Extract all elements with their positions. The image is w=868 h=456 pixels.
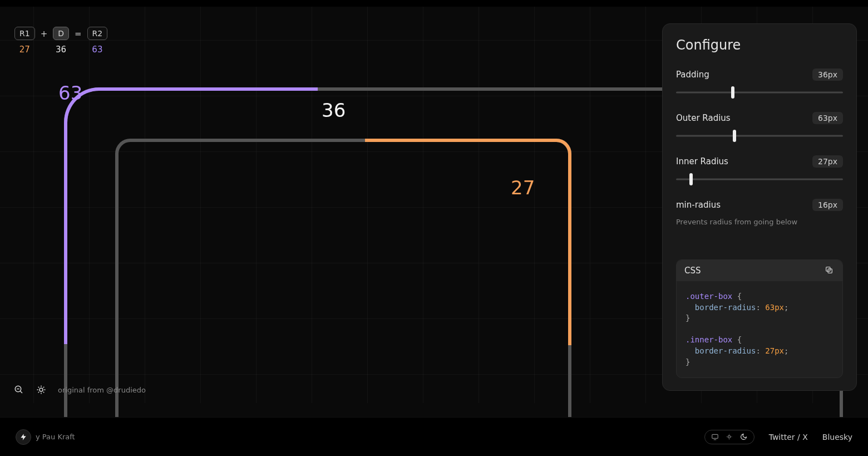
formula-bar: R1 27 + D 36 = R2 63 <box>14 27 107 55</box>
panel-title: Configure <box>676 37 843 53</box>
css-output: CSS .outer-box { border-radius: 63px; } … <box>676 259 843 378</box>
formula-r2-value: 63 <box>92 45 102 55</box>
inner-radius-slider-label: Inner Radius <box>676 156 728 166</box>
zoom-out-icon[interactable] <box>13 384 24 395</box>
svg-line-9 <box>43 392 45 393</box>
configure-panel: Configure Padding 36px Outer Radius 63px… <box>662 23 857 391</box>
sun-icon[interactable] <box>36 384 47 395</box>
svg-line-11 <box>43 387 45 388</box>
twitter-link[interactable]: Twitter / X <box>769 433 808 442</box>
op-equals: = <box>75 27 82 39</box>
formula-r1-value: 27 <box>19 45 30 55</box>
svg-line-10 <box>38 392 40 393</box>
svg-point-3 <box>40 388 43 391</box>
padding-label: 36 <box>322 99 346 121</box>
footer-credit: y Pau Kraft <box>36 433 75 441</box>
css-code: .outer-box { border-radius: 63px; } .inn… <box>677 281 842 377</box>
outer-radius-slider[interactable] <box>676 131 843 141</box>
footer: y Pau Kraft Twitter / X Bluesky <box>0 417 868 456</box>
op-plus: + <box>41 27 48 39</box>
svg-point-16 <box>728 435 731 438</box>
padding-slider-label: Padding <box>676 70 709 80</box>
chip-r2[interactable]: R2 <box>87 27 108 40</box>
outer-radius-slider-label: Outer Radius <box>676 113 731 123</box>
chip-r1[interactable]: R1 <box>14 27 35 40</box>
bolt-icon[interactable] <box>16 429 31 445</box>
min-radius-label: min-radius <box>676 200 721 210</box>
css-heading: CSS <box>684 266 701 276</box>
min-radius-help: Prevents radius from going below <box>676 218 843 226</box>
sun-small-icon[interactable] <box>725 433 734 442</box>
bluesky-link[interactable]: Bluesky <box>822 433 852 442</box>
outer-radius-label: 63 <box>58 82 82 104</box>
copy-icon[interactable] <box>825 266 835 276</box>
padding-slider-value: 36px <box>812 68 843 81</box>
canvas-credit: original from @drudiedo <box>58 386 146 394</box>
inner-box <box>115 139 571 456</box>
inner-radius-slider-value: 27px <box>812 155 843 168</box>
inner-radius-label: 27 <box>511 176 535 199</box>
inner-radius-slider[interactable] <box>676 174 843 184</box>
moon-icon[interactable] <box>739 433 748 442</box>
padding-slider[interactable] <box>676 87 843 97</box>
svg-line-1 <box>20 391 22 393</box>
svg-line-8 <box>38 387 40 388</box>
formula-d-value: 36 <box>56 45 66 55</box>
monitor-icon[interactable] <box>711 433 719 442</box>
chip-d[interactable]: D <box>53 27 69 40</box>
svg-rect-14 <box>712 434 718 438</box>
theme-segmented[interactable] <box>704 430 754 444</box>
outer-radius-slider-value: 63px <box>812 112 843 124</box>
min-radius-value[interactable]: 16px <box>812 199 843 211</box>
